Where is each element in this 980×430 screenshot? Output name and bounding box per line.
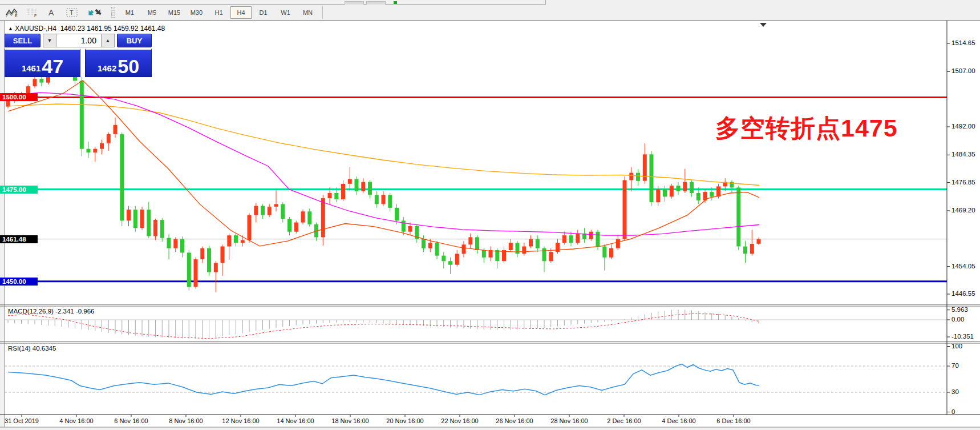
ohlc-high: 1461.95 <box>87 25 111 33</box>
price-level-tag-1500.00: 1500.00 <box>0 93 38 101</box>
macd-tick-5.963: 5.963 <box>951 306 968 313</box>
bid-price-small: 1461 <box>22 63 41 73</box>
macd-tick--10.351: -10.351 <box>951 333 974 340</box>
symbol-name: XAUUSD-,H4 <box>15 25 56 33</box>
mt4-terminal-window: E F A T ▾ <box>0 0 980 430</box>
time-tick-6: 14 Nov 16:00 <box>277 417 314 424</box>
time-tick-13: 4 Dec 16:00 <box>662 417 695 424</box>
price-tick-1469.20: 1469.20 <box>951 207 975 214</box>
chart-annotation-text: 多空转折点1475 <box>715 112 898 145</box>
time-tick-3: 6 Nov 16:00 <box>114 417 148 424</box>
candlestick-series <box>6 57 761 293</box>
sell-button[interactable]: SELL <box>5 34 41 47</box>
time-tick-1: 31 Oct 2019 <box>5 417 39 424</box>
price-tick-1454.05: 1454.05 <box>951 263 975 270</box>
time-tick-9: 22 Nov 16:00 <box>441 417 478 424</box>
time-tick-10: 26 N​ov 16:00 <box>496 417 533 424</box>
ask-price-small: 1462 <box>98 63 116 73</box>
ohlc-close: 1461.48 <box>140 25 165 33</box>
time-tick-12: 2 Dec 16:00 <box>607 417 641 424</box>
volume-decrease-button[interactable]: ▼ <box>43 34 56 47</box>
chart-shift-marker-icon[interactable] <box>760 23 767 27</box>
time-tick-5: 12 Nov 16:00 <box>222 417 259 424</box>
volume-stepper: ▼ ▲ <box>43 34 115 47</box>
time-tick-4: 8 Nov 16:00 <box>169 417 203 424</box>
bid-price-box[interactable]: 1461 47 <box>5 49 80 77</box>
ask-price-box[interactable]: 1462 50 <box>85 49 152 77</box>
ohlc-open: 1460.23 <box>60 25 85 33</box>
price-tick-1507.00: 1507.00 <box>951 67 975 74</box>
rsi-line <box>8 364 759 395</box>
time-tick-11: 28 Nov 16:00 <box>550 417 588 424</box>
price-level-tag-1461.48: 1461.48 <box>0 235 38 243</box>
ohlc-low: 1459.92 <box>114 25 138 33</box>
one-click-trading-panel: SELL ▼ ▲ BUY 1461 47 1462 50 <box>5 34 152 75</box>
price-tick-1446.55: 1446.55 <box>951 290 975 297</box>
time-tick-8: 20 Nov 16:00 <box>386 417 423 424</box>
time-tick-14: 6 Dec 16:00 <box>716 417 750 424</box>
price-tick-1484.35: 1484.35 <box>951 151 975 158</box>
symbol-ohlc-header: ▲ XAUUSD-,H4 1460.23 1461.95 1459.92 146… <box>8 25 165 33</box>
volume-increase-button[interactable]: ▲ <box>101 34 115 47</box>
time-tick-7: 18 Nov 16:00 <box>331 417 368 424</box>
price-tick-1492.00: 1492.00 <box>951 123 975 130</box>
collapse-arrow-icon[interactable]: ▲ <box>8 26 13 31</box>
price-level-tag-1475.00: 1475.00 <box>0 186 38 194</box>
ask-price-big: 50 <box>118 58 139 75</box>
price-tick-1476.85: 1476.85 <box>951 179 975 186</box>
price-level-tag-1450.00: 1450.00 <box>0 278 38 286</box>
macd-indicator-label: MACD(12,26,9) -2.341 -0.966 <box>8 308 95 315</box>
macd-signal-line <box>8 314 759 339</box>
buy-button[interactable]: BUY <box>117 34 152 47</box>
rsi-tick-70: 70 <box>951 362 959 369</box>
price-tick-1514.65: 1514.65 <box>951 39 975 46</box>
bid-price-big: 47 <box>42 58 63 75</box>
rsi-tick-30: 30 <box>951 388 959 395</box>
rsi-tick-0: 0 <box>951 408 955 415</box>
macd-tick-0.00: 0.00 <box>951 316 964 323</box>
rsi-tick-100: 100 <box>951 343 962 349</box>
volume-input[interactable] <box>56 34 101 47</box>
rsi-indicator-label: RSI(14) 40.6345 <box>8 345 56 352</box>
time-tick-2: 4 Nov 16:00 <box>59 417 93 424</box>
